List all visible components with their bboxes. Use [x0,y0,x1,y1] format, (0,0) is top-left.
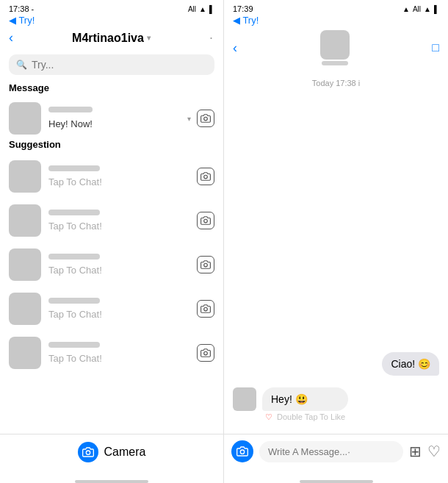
chat-nav-bar: ‹ □ [224,27,448,71]
suggestion-item-4[interactable]: Tap To Chat! [0,331,223,375]
suggestion-name-bar-1 [48,210,100,215]
chat-back-button[interactable]: ‹ [233,40,237,56]
suggestion-name-bar-0 [48,165,100,171]
status-icons-left: All ▲ ▌ [188,5,214,13]
time-left: 17:38 - [9,4,34,13]
time-right: 17:39 [233,4,253,13]
camera-label-left: Camera [104,446,146,459]
suggestion-text-3: Tap To Chat! [48,309,102,320]
svg-point-3 [204,263,208,267]
status-bar-left: 17:38 - All ▲ ▌ [0,0,223,15]
message-name-bar-0 [48,107,93,112]
suggestion-item-3[interactable]: Tap To Chat! [0,287,223,331]
camera-button-left[interactable] [78,442,98,462]
section-message: Message [0,82,223,98]
incoming-content: Hey! 😃 ♡ Double Tap To Like [262,387,348,423]
incoming-bubble-wrap: Hey! 😃 ♡ Double Tap To Like [233,387,439,423]
dropdown-arrow-0[interactable]: ▾ [187,115,191,123]
camera-icon-suggestion-1[interactable] [197,212,214,229]
nav-title-text: M4rtinao1iva [72,32,144,45]
svg-point-7 [240,450,244,454]
nav-dots-left[interactable]: · [209,30,214,46]
location-icon: ▲ [402,5,410,13]
section-suggestion: Suggestion [0,139,223,154]
svg-point-5 [204,351,208,355]
message-content-0: Hey! Now! [48,107,180,130]
chat-camera-button[interactable] [231,440,253,462]
nav-title-left[interactable]: M4rtinao1iva ▾ [72,32,151,45]
svg-point-6 [86,451,90,454]
heart-icon: ♡ [265,412,272,421]
suggestion-name-bar-4 [48,342,100,348]
right-panel: 17:39 ▲ All ▲ ▌ ◀ Try! ‹ □ Today 17:38 i… [224,0,448,483]
message-text-0: Hey! Now! [48,118,93,129]
battery-right: ▌ [434,5,439,13]
suggestion-text-4: Tap To Chat! [48,353,102,364]
suggestion-content-3: Tap To Chat! [48,298,189,321]
phone-icon[interactable]: □ [432,41,439,54]
camera-icon-suggestion-0[interactable] [197,168,214,185]
suggestion-text-1: Tap To Chat! [48,221,102,232]
back-arrow-left: ◀ [9,15,16,26]
incoming-bubble: Hey! 😃 [262,387,348,411]
outgoing-bubble-wrap: Ciao! 😊 [233,352,439,382]
svg-point-0 [204,117,208,121]
suggestion-content-2: Tap To Chat! [48,254,189,276]
suggestion-item-0[interactable]: Tap To Chat! [0,154,223,198]
avatar-suggestion-1 [9,204,41,237]
network-left: All [188,5,196,13]
search-bar[interactable]: 🔍 [9,54,214,75]
back-nav-left[interactable]: ◀ ◀ Try! Try! [0,15,223,27]
suggestion-item-1[interactable]: Tap To Chat! [0,198,223,243]
svg-point-4 [204,307,208,311]
camera-icon-suggestion-4[interactable] [197,344,214,362]
status-icons-right: ▲ All ▲ ▌ [402,5,439,13]
double-tap-text: Double Tap To Like [277,412,345,421]
search-icon: 🔍 [16,60,27,70]
battery-left: ▌ [209,5,214,13]
avatar-suggestion-0 [9,160,41,193]
nav-chevron-left: ▾ [147,34,151,42]
search-input[interactable] [32,59,207,71]
chat-spacer [233,95,439,352]
svg-point-1 [204,175,208,179]
suggestion-text-0: Tap To Chat! [48,176,102,187]
back-nav-right[interactable]: ◀ Try! [224,15,448,27]
home-indicator-right [300,480,373,483]
suggestion-content-0: Tap To Chat! [48,165,189,188]
avatar-suggestion-4 [9,337,41,369]
chat-input-bar: ⊞ ♡ [224,434,448,477]
home-indicator-left [75,480,148,483]
like-icon[interactable]: ♡ [427,443,441,460]
gallery-icon[interactable]: ⊞ [409,443,422,460]
suggestion-item-2[interactable]: Tap To Chat! [0,243,223,287]
avatar-suggestion-2 [9,248,41,281]
chat-nav-icons: □ [432,41,439,54]
chat-date-label: Today 17:38 i [233,79,439,87]
suggestion-name-bar-3 [48,298,100,304]
chat-contact-header[interactable] [320,30,350,65]
incoming-avatar [233,387,256,411]
left-panel: 17:38 - All ▲ ▌ ◀ ◀ Try! Try! ‹ M4rtinao… [0,0,224,483]
back-arrow-right: ◀ [233,15,240,26]
message-item-0[interactable]: Hey! Now! ▾ [0,98,223,139]
camera-icon-message-0[interactable] [197,110,214,127]
camera-icon-suggestion-3[interactable] [197,300,214,318]
camera-icon-suggestion-2[interactable] [197,256,214,273]
status-bar-right: 17:39 ▲ All ▲ ▌ [224,0,448,15]
back-button-left[interactable]: ‹ [9,30,13,46]
chat-text-input[interactable] [259,441,403,462]
suggestion-text-2: Tap To Chat! [48,265,102,276]
suggestion-content-1: Tap To Chat! [48,210,189,232]
chat-name-bar [322,61,348,65]
chat-messages: Today 17:38 i Ciao! 😊 Hey! 😃 ♡ Double Ta… [224,71,448,434]
nav-bar-left: ‹ M4rtinao1iva ▾ · [0,27,223,51]
wifi-right: ▲ [424,5,431,13]
double-tap-hint[interactable]: ♡ Double Tap To Like [262,411,348,423]
chat-avatar [320,30,350,60]
message-actions-0: ▾ [187,110,214,127]
network-right: All [413,5,421,13]
suggestion-name-bar-2 [48,254,100,260]
outgoing-bubble: Ciao! 😊 [382,352,439,376]
avatar-suggestion-3 [9,293,41,325]
